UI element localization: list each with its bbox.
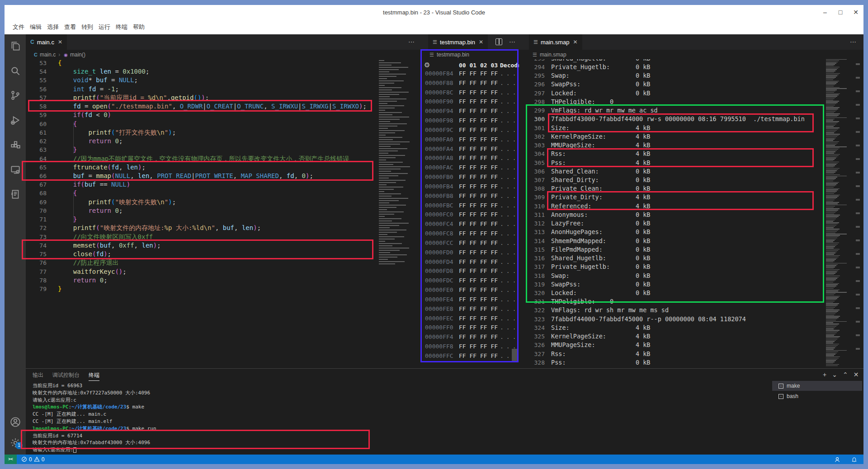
menu-item-2[interactable]: 选择	[47, 23, 59, 31]
close-panel-icon[interactable]: ✕	[854, 371, 859, 378]
code-line: 67 if(buf == NULL)	[26, 180, 377, 189]
hex-address: 00000FDC	[425, 277, 453, 284]
terminal-line: 映射文件的内存地址:0x7fabbdf43000 大小:4096	[33, 439, 150, 446]
split-editor-icon[interactable]	[495, 38, 502, 45]
line-number: 58	[26, 102, 47, 111]
editor2-breadcrumb[interactable]: ☰testmmap.bin	[420, 50, 519, 60]
menu-item-5[interactable]: 运行	[99, 23, 110, 31]
smap-editor[interactable]: 293Shared_Hugetlb: 0 kB294Private_Hugetl…	[524, 59, 822, 368]
editor1-breadcrumb[interactable]: Cmain.c›◉main()	[26, 50, 396, 60]
menu-item-7[interactable]: 帮助	[133, 23, 145, 31]
line-number: 53	[26, 59, 47, 67]
hex-bytes: FF FF FF FF	[459, 258, 498, 265]
editor2-more-actions-icon[interactable]: ···	[505, 34, 519, 50]
run-debug-icon[interactable]	[5, 111, 26, 129]
hex-settings-gear-icon[interactable]: ⚙	[424, 61, 430, 69]
line-number: 73	[26, 233, 47, 241]
code-editor[interactable]: 53{54 size_t len = 0x1000;55 void* buf =…	[26, 59, 377, 368]
source-control-icon[interactable]	[5, 86, 26, 104]
references-icon[interactable]	[5, 185, 26, 203]
code-text: waitforKeyc();	[58, 267, 127, 276]
line-number: 77	[26, 267, 47, 276]
remote-indicator[interactable]: ><	[5, 455, 17, 464]
line-number: 307	[524, 176, 545, 184]
code-text: int fd = -1;	[58, 85, 119, 94]
search-icon[interactable]	[5, 62, 26, 80]
line-number: 61	[26, 128, 47, 137]
hex-address: 00000FA4	[425, 145, 453, 152]
remote-explorer-icon[interactable]	[5, 161, 26, 179]
menu-item-3[interactable]: 查看	[64, 23, 76, 31]
panel-tab-2[interactable]: 终端	[89, 371, 99, 381]
tab-testmmap-bin[interactable]: ☰testmmap.bin✕	[428, 34, 488, 50]
panel-tab-1[interactable]: 调试控制台	[52, 371, 80, 381]
line-number: 65	[26, 163, 47, 172]
menu-item-4[interactable]: 转到	[81, 23, 93, 31]
terminal-icon: ›	[778, 394, 783, 399]
editor1-more-actions-icon[interactable]: ···	[405, 34, 418, 50]
tab-close-icon[interactable]: ✕	[58, 39, 62, 45]
menu-item-0[interactable]: 文件	[13, 23, 24, 31]
line-number: 55	[26, 76, 47, 84]
code-text: memset(buf, 0xff, len);	[58, 241, 161, 250]
code-text: //防止程序退出	[58, 258, 119, 267]
editor3-more-actions-icon[interactable]: ···	[846, 34, 860, 50]
panel-actions: +⌄⌃✕	[823, 371, 859, 378]
code-text: buf = mmap(NULL, len, PROT_READ|PROT_WRI…	[58, 172, 313, 180]
maximize-button[interactable]: □	[833, 5, 848, 20]
panel-tab-0[interactable]: 输出	[33, 371, 43, 381]
new-terminal-icon[interactable]: +	[823, 371, 826, 378]
overview-ruler-mark	[856, 307, 860, 309]
code-text: size_t len = 0x1000;	[58, 67, 149, 76]
hex-editor[interactable]: ☰testmmap.bin⚙00 01 02 03Decoded Text000…	[420, 50, 519, 368]
hex-decoded: ....	[500, 258, 519, 265]
hex-decoded: ....	[500, 183, 519, 190]
code-text: {	[58, 189, 77, 197]
terminal-list-item-bash[interactable]: ›bash	[772, 391, 862, 401]
smap-minimap[interactable]	[825, 59, 849, 366]
close-button[interactable]: ✕	[848, 5, 863, 20]
settings-gear-icon[interactable]	[5, 434, 26, 452]
menu-item-6[interactable]: 终端	[116, 23, 127, 31]
tab-main-smap[interactable]: ☰main.smap✕	[529, 34, 582, 50]
files-icon[interactable]	[5, 37, 26, 55]
overview-ruler-mark	[856, 131, 860, 133]
hex-address: 00000FC4	[425, 220, 453, 227]
hex-address: 00000FEC	[425, 315, 453, 322]
extensions-icon[interactable]	[5, 136, 26, 154]
code-line: 66 buf = mmap(NULL, len, PROT_READ|PROT_…	[26, 172, 377, 181]
tab-main-c[interactable]: Cmain.c✕	[26, 34, 67, 50]
tab-close-icon: ✕	[573, 39, 577, 45]
code-text: return 0;	[58, 276, 108, 285]
terminal-list-item-make[interactable]: ›make	[772, 381, 862, 391]
feedback-icon	[834, 456, 840, 463]
hex-bytes: FF FF FF FF	[459, 164, 498, 171]
editor3-breadcrumb[interactable]: ☰main.smap	[524, 50, 659, 60]
account-icon[interactable]	[5, 413, 26, 431]
hex-decoded: ....	[500, 98, 519, 105]
minimap[interactable]	[377, 60, 416, 268]
hex-address: 00000F90	[425, 98, 453, 105]
terminal-list-label: make	[787, 383, 800, 389]
line-number: 310	[524, 202, 545, 211]
menu-item-1[interactable]: 编辑	[30, 23, 42, 31]
hex-scrollbar-thumb[interactable]	[512, 349, 518, 361]
line-number: 298	[524, 98, 545, 106]
status-bar: ><00	[5, 455, 863, 464]
error-icon	[21, 456, 27, 462]
minimize-button[interactable]: –	[817, 5, 833, 20]
dropdown-icon[interactable]: ⌄	[832, 371, 837, 378]
hex-bytes: FF FF FF FF	[459, 352, 498, 359]
hex-bytes: FF FF FF FF	[459, 324, 498, 331]
terminal-line: 映射文件的内存地址:0x7f7227a50000 大小:4096	[33, 389, 150, 396]
hex-bytes: FF FF FF FF	[459, 249, 498, 256]
hex-decoded: ....	[500, 174, 519, 180]
maximize-panel-icon[interactable]: ⌃	[843, 371, 848, 378]
problems-status[interactable]: 00	[21, 455, 44, 464]
line-number: 294	[524, 63, 545, 71]
hex-address: 00000FAC	[425, 164, 453, 171]
hex-decoded: ....	[500, 155, 519, 161]
terminal-line: CC -[M] 正在构建... main.elf	[33, 418, 112, 425]
hex-address: 00000FF8	[425, 343, 453, 350]
line-number: 308	[524, 184, 545, 193]
